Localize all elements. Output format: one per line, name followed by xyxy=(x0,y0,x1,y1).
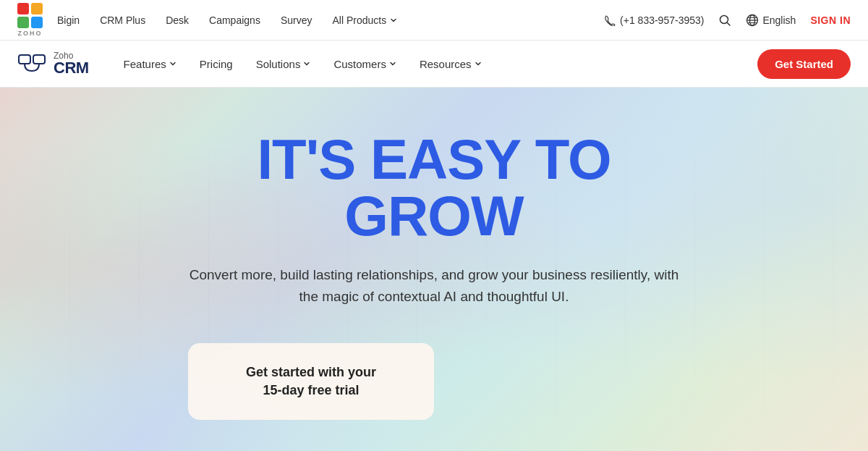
trial-line2: 15-day free trial xyxy=(263,383,359,397)
hero-content: IT'S EASY TO GROW Convert more, build la… xyxy=(188,131,680,420)
hero-title-line1: IT'S EASY TO xyxy=(257,127,610,191)
top-nav-right: (+1 833-957-3953) English SIGN IN xyxy=(604,14,851,27)
svg-rect-8 xyxy=(33,55,45,64)
get-started-button[interactable]: Get Started xyxy=(757,49,851,79)
zoho-text: ZOHO xyxy=(18,30,43,37)
solutions-label: Solutions xyxy=(256,58,301,70)
all-products-chevron-icon xyxy=(390,17,397,24)
phone-number: (+1 833-957-3953) xyxy=(620,14,704,26)
resources-chevron-icon xyxy=(475,60,482,67)
nav-link-crm-plus[interactable]: CRM Plus xyxy=(100,14,145,26)
trial-line1: Get started with your xyxy=(246,365,376,379)
all-products-label: All Products xyxy=(332,14,386,26)
logo-square-blue xyxy=(31,17,43,28)
hero-title: IT'S EASY TO GROW xyxy=(188,131,680,244)
crm-nav-resources[interactable]: Resources xyxy=(420,58,482,70)
phone-icon xyxy=(604,14,616,26)
svg-point-0 xyxy=(720,15,728,23)
crm-nav-pricing[interactable]: Pricing xyxy=(200,58,233,70)
features-chevron-icon xyxy=(169,60,176,67)
resources-label: Resources xyxy=(420,58,472,70)
nav-link-survey[interactable]: Survey xyxy=(281,14,312,26)
customers-chevron-icon xyxy=(389,60,396,67)
crm-nav-links: Features Pricing Solutions Customers Res… xyxy=(124,58,758,70)
search-button[interactable] xyxy=(718,14,731,27)
crm-nav-customers[interactable]: Customers xyxy=(333,58,396,70)
crm-label: CRM xyxy=(54,60,89,76)
top-nav-links: Bigin CRM Plus Desk Campaigns Survey All… xyxy=(57,14,397,26)
nav-link-bigin[interactable]: Bigin xyxy=(57,14,80,26)
logo-square-red xyxy=(17,3,29,14)
logo-square-yellow xyxy=(31,3,43,14)
crm-logo[interactable]: Zoho CRM xyxy=(17,49,89,78)
hero-subtitle: Convert more, build lasting relationship… xyxy=(188,264,680,308)
zoho-logo: ZOHO xyxy=(17,3,43,37)
svg-line-1 xyxy=(728,22,731,25)
nav-link-campaigns[interactable]: Campaigns xyxy=(209,14,260,26)
crm-navigation: Zoho CRM Features Pricing Solutions Cust… xyxy=(0,41,868,88)
sign-in-button[interactable]: SIGN IN xyxy=(810,14,851,26)
phone-link[interactable]: (+1 833-957-3953) xyxy=(604,14,704,26)
logo-square-green xyxy=(17,17,29,28)
crm-logo-text: Zoho CRM xyxy=(54,51,89,76)
globe-icon xyxy=(746,14,759,27)
crm-nav-solutions[interactable]: Solutions xyxy=(256,58,311,70)
trial-card-title: Get started with your 15-day free trial xyxy=(223,363,399,400)
zoho-logo-squares xyxy=(17,3,43,28)
solutions-chevron-icon xyxy=(303,60,310,67)
all-products-button[interactable]: All Products xyxy=(332,14,397,26)
customers-label: Customers xyxy=(333,58,386,70)
hero-title-line2: GROW xyxy=(344,184,523,248)
crm-logo-icon xyxy=(17,49,46,78)
hero-section: IT'S EASY TO GROW Convert more, build la… xyxy=(0,88,868,451)
nav-link-desk[interactable]: Desk xyxy=(166,14,189,26)
top-nav-left: ZOHO Bigin CRM Plus Desk Campaigns Surve… xyxy=(17,3,397,37)
language-button[interactable]: English xyxy=(746,14,796,27)
crm-nav-features[interactable]: Features xyxy=(124,58,176,70)
language-label: English xyxy=(762,14,796,26)
svg-rect-7 xyxy=(19,55,30,64)
trial-card: Get started with your 15-day free trial xyxy=(188,343,434,420)
features-label: Features xyxy=(124,58,166,70)
search-icon xyxy=(718,14,731,27)
top-navigation: ZOHO Bigin CRM Plus Desk Campaigns Surve… xyxy=(0,0,868,41)
